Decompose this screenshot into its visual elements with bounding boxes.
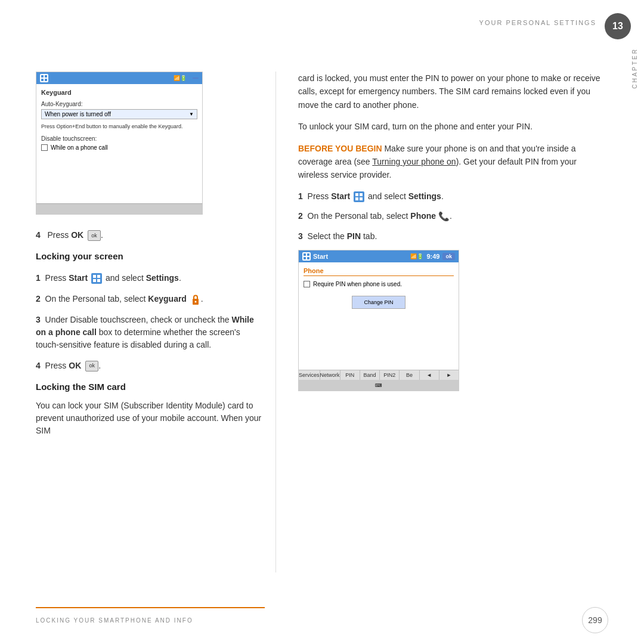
while-on-call-label: While on a phone call (51, 144, 108, 151)
tab-services[interactable]: Services (299, 370, 320, 380)
phone2-signal-icons: 📶🔋 (410, 253, 423, 259)
require-pin-label: Require PIN when phone is used. (313, 281, 402, 287)
right-column: card is locked, you must enter the PIN t… (298, 72, 608, 391)
locking-sim-para: You can lock your SIM (Subscriber Identi… (36, 401, 261, 435)
bottom-footer: LOCKING YOUR SMARTPHONE AND INFO 299 (0, 607, 644, 633)
phone-screenshot-keyguard: 📶🔋 Keyguard Auto-Keyguard: When power is… (36, 72, 203, 215)
locking-step3-num: 3 (36, 315, 41, 324)
svg-rect-6 (93, 279, 96, 282)
auto-keyguard-dropdown[interactable]: When power is turned off ▼ (41, 109, 197, 119)
locking-step1-start: Start (69, 273, 88, 283)
turning-your-phone-on-link[interactable]: Turning your phone on (372, 157, 456, 166)
svg-rect-4 (93, 275, 96, 278)
dropdown-value: When power is turned off (45, 111, 111, 117)
svg-rect-1 (45, 75, 47, 78)
require-pin-row: Require PIN when phone is used. (304, 281, 454, 287)
ok-icon-1: ok (88, 230, 101, 241)
phone2-screen-body: Phone Require PIN when phone is used. Ch… (299, 262, 459, 370)
while-on-call-row: While on a phone call (41, 144, 197, 151)
while-on-call-checkbox[interactable] (41, 144, 48, 151)
phone2-bottom-tabs: Services Network PIN Band PIN2 Be ◄ ► (299, 370, 459, 380)
svg-rect-7 (97, 279, 100, 282)
tab-band[interactable]: Band (360, 370, 380, 380)
footer-left-text: LOCKING YOUR SMARTPHONE AND INFO (36, 617, 193, 624)
right-step1-num: 1 (298, 191, 303, 201)
tab-pin[interactable]: PIN (340, 370, 360, 380)
tab-be[interactable]: Be (400, 370, 419, 380)
locking-step-2: 2 On the Personal tab, select Keyguard . (36, 293, 262, 305)
footer-right: 299 (582, 607, 608, 633)
tab-next[interactable]: ► (439, 370, 459, 380)
locking-step1-settings: Settings (146, 273, 179, 283)
svg-rect-16 (304, 257, 306, 259)
svg-rect-15 (307, 253, 309, 256)
right-step1-settings: Settings (408, 191, 441, 201)
disable-touchscreen-label: Disable touchscreen: (41, 135, 197, 142)
start-icon-2 (354, 191, 364, 202)
phone2-keyboard-bar: ⌨ (299, 380, 459, 391)
svg-rect-5 (97, 275, 100, 278)
right-step-1: 1 Press Start and select Settings. (298, 190, 608, 203)
locking-step2-num: 2 (36, 294, 41, 304)
before-you-begin-para: BEFORE YOU BEGIN Make sure your phone is… (298, 142, 608, 182)
keyguard-hint: Press Option+End button to manually enab… (41, 123, 197, 131)
phone-title-bar: 📶🔋 (36, 72, 202, 84)
phone-tab-label: Phone (304, 267, 454, 276)
step4-ok-bold: OK (71, 230, 83, 240)
locking-step2-keyguard: Keyguard (148, 294, 187, 304)
phone-signal-icons: 📶🔋 (174, 75, 187, 81)
auto-keyguard-label: Auto-Keyguard: (41, 101, 197, 107)
phone2-ok-btn: ok (442, 253, 455, 260)
locking-sim-title: Locking the SIM card (36, 380, 262, 394)
change-pin-btn-container: Change PIN (304, 296, 454, 309)
right-para-2: To unlock your SIM card, turn on the pho… (298, 120, 608, 133)
step4-pressok: 4 Press OK ok. (36, 229, 262, 242)
right-para-1: card is locked, you must enter the PIN t… (298, 72, 608, 112)
locking-step4-num: 4 (36, 361, 41, 370)
page-number-circle: 299 (582, 607, 608, 633)
locking-step-1: 1 Press Start and select Settings. (36, 272, 262, 284)
tab-prev[interactable]: ◄ (420, 370, 439, 380)
tab-network[interactable]: Network (320, 370, 340, 380)
require-pin-checkbox[interactable] (304, 281, 310, 287)
phone2-title-settings: Start (313, 253, 328, 260)
svg-rect-17 (307, 257, 309, 259)
phone-ok-btn (193, 78, 199, 79)
svg-rect-2 (41, 79, 44, 81)
phone2-time: 9:49 (426, 253, 439, 260)
locking-screen-title: Locking your screen (36, 250, 262, 264)
chapter-number-badge: 13 (605, 13, 631, 39)
tab-pin2[interactable]: PIN2 (380, 370, 400, 380)
svg-rect-0 (41, 75, 44, 78)
ok-icon-2: ok (85, 361, 98, 371)
right-step2-num: 2 (298, 211, 303, 221)
locking-step3-bold: While on a phone call (36, 315, 254, 337)
right-steps: 1 Press Start and select Settings. 2 On … (298, 190, 608, 243)
step4-text: Press (47, 230, 71, 240)
locking-sim-heading-block: Locking the SIM card You can lock your S… (36, 380, 262, 438)
lock-icon (190, 294, 201, 305)
phone-bottom-bar (36, 203, 202, 214)
svg-rect-12 (355, 197, 358, 200)
chapter-label: CHAPTER (631, 48, 638, 89)
locking-step4-ok: OK (69, 361, 81, 370)
dropdown-arrow: ▼ (189, 112, 194, 117)
change-pin-button[interactable]: Change PIN (352, 296, 405, 309)
right-step3-num: 3 (298, 231, 303, 241)
locking-step-3: 3 Under Disable touchscreen, check or un… (36, 314, 262, 351)
right-step-2: 2 On the Personal tab, select Phone 📞. (298, 210, 608, 224)
step4-number: 4 (36, 230, 41, 240)
svg-rect-13 (360, 197, 363, 200)
left-column: 📶🔋 Keyguard Auto-Keyguard: When power is… (36, 72, 262, 445)
right-step3-pin: PIN (347, 231, 361, 241)
phone2-title-bar: Start 📶🔋 9:49 ok (299, 250, 459, 262)
right-step-3: 3 Select the PIN tab. (298, 230, 608, 243)
svg-rect-14 (304, 253, 306, 256)
screen-keyguard-title: Keyguard (41, 89, 197, 96)
column-divider (275, 72, 276, 572)
section-title: YOUR PERSONAL SETTINGS (479, 19, 596, 26)
svg-rect-11 (360, 193, 363, 196)
svg-rect-10 (355, 193, 358, 196)
phone-screen-body: Keyguard Auto-Keyguard: When power is tu… (36, 84, 202, 203)
locking-step-4: 4 Press OK ok. (36, 360, 262, 372)
